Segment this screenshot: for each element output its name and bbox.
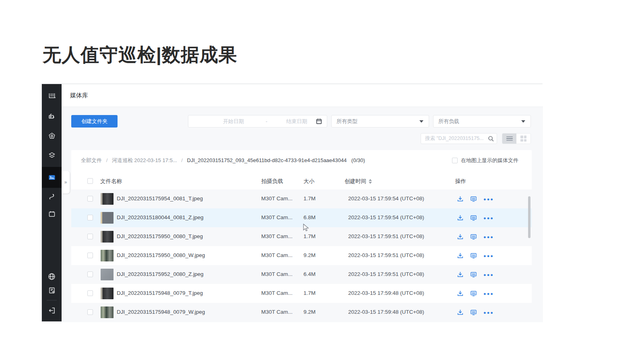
row-actions: ●●●: [457, 309, 494, 316]
thumbnail[interactable]: [101, 193, 114, 205]
row-checkbox[interactable]: [87, 309, 93, 315]
table-row[interactable]: DJI_20220315175950_0080_T.jpeg M30T Cam.…: [71, 227, 532, 246]
file-name[interactable]: DJI_20220315175952_0080_Z.jpeg: [117, 271, 203, 277]
sidebar-item-language[interactable]: [42, 268, 62, 284]
media-preview-button[interactable]: [470, 271, 477, 278]
sidebar-expand-button[interactable]: »: [62, 171, 70, 193]
select-all-checkbox[interactable]: [87, 178, 93, 184]
download-button[interactable]: [457, 290, 464, 297]
logo-icon: [48, 92, 56, 100]
file-name[interactable]: DJI_20220315175950_0080_T.jpeg: [117, 233, 203, 239]
sidebar-item-logo[interactable]: [42, 88, 62, 104]
media-preview-button[interactable]: [470, 290, 477, 297]
file-name[interactable]: DJI_20220315175950_0080_W.jpeg: [117, 252, 205, 258]
list-view-button[interactable]: [502, 134, 516, 144]
download-button[interactable]: [457, 309, 464, 316]
thumbnail[interactable]: [101, 269, 114, 280]
table-row[interactable]: DJI_20220315175948_0079_W.jpeg M30T Cam.…: [71, 303, 532, 319]
download-button[interactable]: [457, 271, 464, 278]
media-preview-button[interactable]: [470, 195, 477, 202]
thumbnail[interactable]: [101, 250, 114, 261]
view-toggle: [502, 133, 531, 144]
row-checkbox[interactable]: [87, 196, 93, 202]
file-name[interactable]: DJI_20220315175954_0081_T.jpeg: [117, 195, 203, 202]
table-row[interactable]: DJI_20220315175954_0081_T.jpeg M30T Cam.…: [71, 189, 532, 208]
file-name[interactable]: DJI_20220315180044_0081_Z.jpeg: [117, 214, 203, 220]
file-name[interactable]: DJI_20220315175948_0079_T.jpeg: [117, 290, 203, 296]
selection-count: (0/30): [351, 157, 365, 163]
page-title: 无人值守巡检|数据成果: [43, 43, 237, 68]
thumbnail[interactable]: [101, 288, 114, 299]
media-preview-button[interactable]: [470, 214, 477, 221]
chevron-down-icon: [521, 120, 525, 123]
row-checkbox[interactable]: [87, 253, 93, 258]
table-row[interactable]: DJI_20220315175952_0080_Z.jpeg M30T Cam.…: [71, 265, 532, 284]
media-preview-button[interactable]: [470, 252, 477, 259]
column-header-created[interactable]: 创建时间: [345, 178, 372, 185]
main-panel: 媒体库 创建文件夹 开始日期 - 结束日期 所有类型: [62, 84, 543, 321]
file-payload: M30T Cam...: [261, 252, 293, 258]
sidebar-item-calendar-plan[interactable]: [42, 206, 62, 222]
breadcrumb-root[interactable]: 全部文件: [81, 157, 102, 163]
create-folder-button[interactable]: 创建文件夹: [71, 115, 118, 128]
sidebar-item-layers[interactable]: [42, 147, 62, 163]
more-actions-button[interactable]: ●●●: [483, 290, 494, 297]
row-checkbox[interactable]: [87, 272, 93, 277]
breadcrumb-folder[interactable]: 河道巡检 2022-03-15 17:5...: [112, 157, 177, 163]
more-actions-button[interactable]: ●●●: [483, 309, 494, 316]
more-actions-button[interactable]: ●●●: [483, 234, 494, 240]
row-checkbox[interactable]: [87, 215, 93, 220]
row-checkbox[interactable]: [87, 234, 93, 239]
search-input[interactable]: 搜索 "DJI_20220315175...: [421, 133, 497, 144]
more-actions-button[interactable]: ●●●: [483, 215, 494, 221]
layers-icon: [48, 151, 56, 159]
media-preview-button[interactable]: [470, 233, 477, 240]
more-actions-button[interactable]: ●●●: [483, 272, 494, 278]
table-row[interactable]: DJI_20220315175948_0079_T.jpeg M30T Cam.…: [71, 284, 532, 303]
payload-filter-select[interactable]: 所有负载: [433, 115, 531, 128]
list-view-icon: [506, 136, 513, 142]
sidebar-item-route[interactable]: [42, 189, 62, 205]
file-payload: M30T Cam...: [261, 233, 293, 239]
sidebar-item-terms[interactable]: [42, 282, 62, 298]
file-created: 2022-03-15 17:59:51 (UTC+08): [348, 271, 424, 277]
vertical-scrollbar[interactable]: [528, 196, 530, 238]
more-actions-button[interactable]: ●●●: [483, 196, 494, 202]
thumbnail[interactable]: [101, 231, 114, 243]
file-browser-card: 全部文件 / 河道巡检 2022-03-15 17:5... / DJI_202…: [71, 150, 532, 319]
type-filter-select[interactable]: 所有类型: [331, 115, 429, 128]
download-button[interactable]: [457, 233, 464, 240]
thumbnail[interactable]: [101, 306, 114, 318]
download-button[interactable]: [457, 195, 464, 202]
download-button[interactable]: [457, 214, 464, 221]
column-header-payload: 拍摄负载: [261, 178, 283, 185]
sort-icon[interactable]: [369, 179, 372, 184]
sidebar-item-map-marker[interactable]: [42, 128, 62, 144]
download-button[interactable]: [457, 252, 464, 259]
table-row[interactable]: DJI_20220315180044_0081_Z.jpeg M30T Cam.…: [71, 208, 532, 227]
more-actions-button[interactable]: ●●●: [483, 253, 494, 259]
media-preview-button[interactable]: [470, 309, 477, 316]
sidebar-item-media-library[interactable]: [42, 169, 62, 185]
end-date-placeholder: 结束日期: [286, 118, 307, 125]
row-actions: ●●●: [457, 214, 494, 221]
table-row[interactable]: DJI_20220315175950_0080_W.jpeg M30T Cam.…: [71, 246, 532, 265]
file-name[interactable]: DJI_20220315175948_0079_W.jpeg: [117, 309, 205, 315]
thumbnail[interactable]: [101, 212, 114, 224]
row-actions: ●●●: [457, 290, 494, 297]
row-checkbox[interactable]: [87, 290, 93, 296]
map-filter-toggle[interactable]: 在地图上显示的媒体文件: [452, 157, 518, 164]
file-payload: M30T Cam...: [261, 271, 293, 277]
file-created: 2022-03-15 17:59:54 (UTC+08): [348, 214, 424, 220]
row-actions: ●●●: [457, 271, 494, 278]
sidebar-item-logout[interactable]: [42, 302, 62, 319]
breadcrumb-row: 全部文件 / 河道巡检 2022-03-15 17:5... / DJI_202…: [71, 150, 532, 171]
map-filter-checkbox[interactable]: [452, 158, 458, 163]
grid-view-button[interactable]: [516, 134, 530, 144]
sidebar-item-devices[interactable]: [42, 108, 62, 124]
search-placeholder: 搜索 "DJI_20220315175...: [425, 135, 484, 142]
table-rows: DJI_20220315175954_0081_T.jpeg M30T Cam.…: [71, 189, 532, 319]
search-icon[interactable]: [488, 136, 494, 142]
date-range-input[interactable]: 开始日期 - 结束日期: [188, 115, 327, 128]
file-created: 2022-03-15 17:59:54 (UTC+08): [348, 195, 424, 202]
